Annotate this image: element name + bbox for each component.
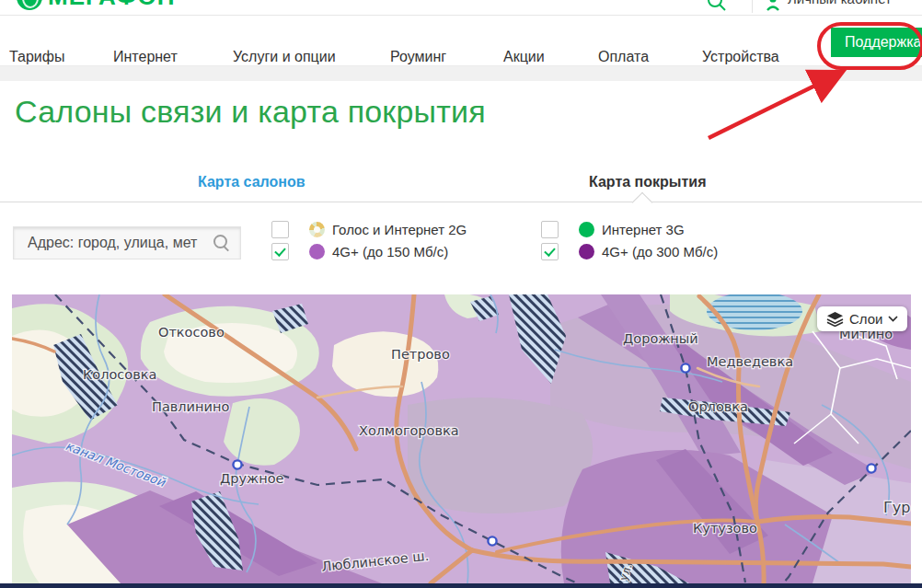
tab-coverage-map[interactable]: Карта покрытия <box>589 174 707 190</box>
map-label: Петрово <box>391 347 450 362</box>
megafon-logo[interactable]: МегаФон <box>17 0 175 11</box>
map-label: Холмогоровка <box>359 423 459 438</box>
map-label: Павлинино <box>152 399 229 414</box>
legend-row-2g: Голос и Интернет 2G <box>271 221 467 238</box>
map-label: Кутузово <box>693 521 757 536</box>
map-terrain <box>12 294 911 583</box>
map-label: Откосово <box>158 325 225 340</box>
checkbox-4g300[interactable] <box>541 243 559 260</box>
coverage-legend-group-2: Интернет 3G 4G+ (до 300 Мб/с) <box>541 221 718 265</box>
legend-row-4g300: 4G+ (до 300 Мб/с) <box>541 243 718 260</box>
coverage-legend-group-1: Голос и Интернет 2G 4G+ (до 150 Мб/с) <box>271 221 467 265</box>
main-nav: Тарифы Интернет Услуги и опции Роуминг А… <box>0 16 922 66</box>
nav-item-roaming[interactable]: Роуминг <box>390 49 446 65</box>
page-title: Салоны связи и карта покрытия <box>15 94 486 130</box>
page-background-band <box>0 66 922 81</box>
nav-item-devices[interactable]: Устройства <box>702 49 779 65</box>
legend-label-4g150: 4G+ (до 150 Мб/с) <box>332 244 448 259</box>
megafon-globe-icon <box>17 0 42 10</box>
legend-label-3g: Интернет 3G <box>602 222 685 237</box>
chevron-down-icon <box>888 316 898 322</box>
map-label: Колосовка <box>83 367 156 382</box>
nav-item-services[interactable]: Услуги и опции <box>233 49 336 65</box>
tabs-divider <box>0 202 922 202</box>
account-link[interactable]: Личный кабинет <box>788 0 892 6</box>
nav-item-payment[interactable]: Оплата <box>598 49 649 65</box>
legend-label-4g300: 4G+ (до 300 Мб/с) <box>602 244 718 259</box>
nav-item-tariffs[interactable]: Тарифы <box>9 49 64 65</box>
map-layers-button[interactable]: Слои <box>817 306 907 331</box>
nav-item-internet[interactable]: Интернет <box>113 49 178 65</box>
map-label: Люблинское ш. <box>321 548 430 574</box>
map-label: Гур <box>883 499 910 516</box>
coverage-map[interactable]: Откосово Колосовка Павлинино Петрово Хол… <box>12 294 911 583</box>
map-label: Орловка <box>688 399 748 414</box>
map-label: Дружное <box>220 471 284 486</box>
checkbox-2g[interactable] <box>271 221 289 238</box>
map-label: Дорожный <box>623 331 698 346</box>
checkbox-3g[interactable] <box>541 221 559 238</box>
tab-salons-map[interactable]: Карта салонов <box>198 174 305 190</box>
legend-row-4g150: 4G+ (до 150 Мб/с) <box>271 243 467 260</box>
address-search-icon[interactable] <box>213 235 230 251</box>
nav-item-promos[interactable]: Акции <box>503 49 545 65</box>
bottom-edge-bar <box>0 583 922 588</box>
address-search-input[interactable] <box>13 226 241 259</box>
coverage-dot-4g150 <box>309 244 325 259</box>
active-tab-notch <box>632 192 653 213</box>
legend-label-2g: Голос и Интернет 2G <box>332 222 467 237</box>
coverage-dot-2g <box>309 222 325 237</box>
search-icon[interactable] <box>707 0 729 14</box>
megafon-wordmark: МегаФон <box>48 0 175 11</box>
layers-icon <box>826 312 844 327</box>
coverage-dot-3g <box>579 222 594 237</box>
top-header: МегаФон Личный кабинет <box>0 0 922 16</box>
header-divider <box>752 0 753 13</box>
map-label: Медведевка <box>707 354 793 369</box>
layers-button-label: Слои <box>849 311 882 327</box>
checkbox-4g150[interactable] <box>271 243 289 260</box>
legend-row-3g: Интернет 3G <box>541 221 718 238</box>
user-icon <box>766 0 779 12</box>
nav-item-support[interactable]: Поддержка <box>831 28 922 57</box>
coverage-dot-4g300 <box>579 244 594 259</box>
